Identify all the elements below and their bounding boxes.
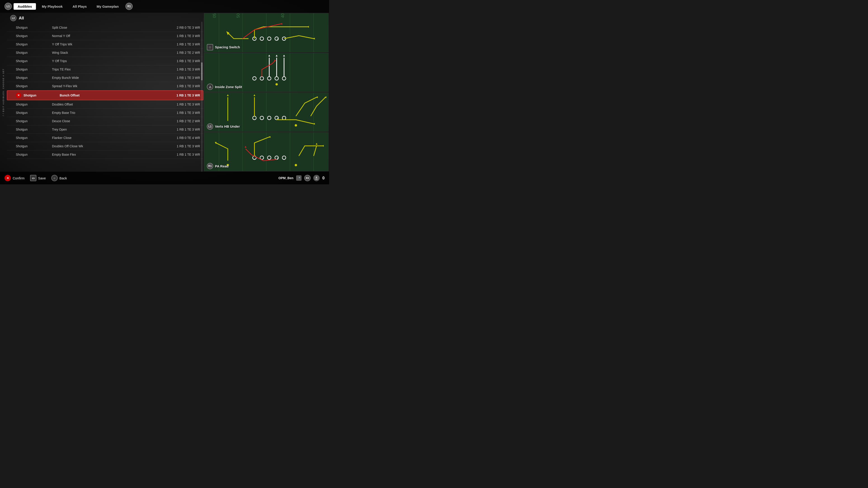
play-row[interactable]: ShotgunWing Stack1 RB 2 TE 2 WR: [7, 48, 204, 57]
play-name: Split Close: [52, 26, 177, 29]
play-list-panel: L2 All ShotgunSplit Close2 RB 0 TE 3 WRS…: [7, 13, 204, 172]
play-diagrams-panel: 05 50 40 ×: [204, 13, 329, 172]
svg-point-55: [295, 124, 297, 126]
diagram-name-4: PA Read: [215, 164, 228, 168]
l1-badge[interactable]: L1: [4, 3, 12, 10]
play-row[interactable]: ✕ShotgunBunch Offset1 RB 1 TE 3 WR: [7, 90, 204, 100]
play-row[interactable]: ShotgunSpread Y-Flex Wk1 RB 1 TE 3 WR: [7, 82, 204, 90]
tab-my-gameplan[interactable]: My Gameplan: [93, 3, 123, 10]
diagram-card-spacing-switch[interactable]: 05 50 40 ×: [204, 13, 329, 53]
play-personnel: 1 RB 1 TE 3 WR: [177, 76, 200, 79]
play-formation: Shotgun: [16, 59, 52, 63]
triangle-badge: △: [207, 84, 213, 90]
play-personnel: 1 RB 1 TE 3 WR: [177, 84, 200, 88]
square-button-icon: ▭: [30, 175, 36, 181]
play-formation: Shotgun: [16, 26, 52, 29]
play-row[interactable]: ShotgunDoubles Off Close Wk1 RB 1 TE 3 W…: [7, 142, 204, 151]
scrollbar[interactable]: [201, 22, 203, 172]
play-row[interactable]: ShotgunY Off Trips1 RB 1 TE 3 WR: [7, 57, 204, 65]
l1-play-badge: L1: [207, 123, 213, 130]
play-name: Trey Open: [52, 128, 177, 131]
play-row[interactable]: ShotgunDeuce Close1 RB 2 TE 2 WR: [7, 117, 204, 125]
tab-all-plays[interactable]: All Plays: [68, 3, 91, 10]
play-name: Empty Base Trio: [52, 111, 177, 115]
bottom-actions: ✕ Confirm ▭ Save ○ Back: [4, 175, 67, 181]
play-personnel: 1 RB 1 TE 3 WR: [177, 153, 200, 156]
diagram-label-2: △ Inside Zone Split: [207, 84, 242, 90]
play-personnel: 2 RB 0 TE 3 WR: [177, 26, 200, 29]
play-formation: Shotgun: [16, 144, 52, 148]
play-row[interactable]: ShotgunTrey Open1 RB 1 TE 3 WR: [7, 125, 204, 134]
confirm-button[interactable]: ✕ Confirm: [4, 175, 25, 181]
back-button[interactable]: ○ Back: [51, 175, 67, 181]
play-personnel: 1 RB 1 TE 3 WR: [177, 68, 200, 71]
play-name: Wing Stack: [52, 51, 177, 55]
diagram-name-3: Verts HB Under: [215, 125, 240, 128]
main-content: L2 All ShotgunSplit Close2 RB 0 TE 3 WRS…: [7, 13, 329, 172]
play-name: Spread Y-Flex Wk: [52, 84, 177, 88]
diagram-card-verts[interactable]: × L1 Verts HB Under: [204, 92, 329, 132]
play-row[interactable]: ShotgunDoubles Offset1 RB 1 TE 3 WR: [7, 100, 204, 109]
play-personnel: 1 RB 1 TE 3 WR: [177, 128, 200, 131]
diagram-label-3: L1 Verts HB Under: [207, 123, 240, 130]
score: 0: [322, 176, 324, 181]
section-title: All: [19, 16, 24, 21]
play-row[interactable]: ShotgunSplit Close2 RB 0 TE 3 WR: [7, 24, 204, 32]
diagram-name-1: Spacing Switch: [215, 45, 240, 49]
play-row[interactable]: ShotgunEmpty Base Trio1 RB 1 TE 3 WR: [7, 109, 204, 117]
x-button-icon: ✕: [4, 175, 11, 181]
play-name: Bunch Offset: [60, 94, 177, 97]
square-badge: □: [207, 44, 213, 51]
circle-button-icon: ○: [51, 175, 58, 181]
play-row[interactable]: ShotgunFlanker Close1 RB 0 TE 4 WR: [7, 134, 204, 142]
confirm-label: Confirm: [13, 176, 25, 180]
play-personnel: 1 RB 1 TE 3 WR: [177, 34, 200, 38]
play-name: Y Off Trips: [52, 59, 177, 63]
play-formation: Shotgun: [16, 84, 52, 88]
diagram-card-pa-read[interactable]: × R1 PA Read: [204, 132, 329, 171]
username: OPM_Ben: [278, 176, 293, 180]
play-formation: Shotgun: [16, 68, 52, 71]
play-personnel: 1 RB 0 TE 4 WR: [177, 136, 200, 140]
play-formation: Shotgun: [16, 153, 52, 156]
play-formation: Shotgun: [16, 34, 52, 38]
save-label: Save: [38, 176, 46, 180]
svg-text:05: 05: [212, 13, 217, 18]
svg-point-75: [316, 177, 317, 178]
svg-text:×: ×: [277, 37, 278, 41]
svg-point-37: [276, 83, 278, 85]
play-personnel: 1 RB 1 TE 3 WR: [177, 59, 200, 63]
svg-point-74: [295, 164, 297, 166]
play-name: Empty Base Flex: [52, 153, 177, 156]
play-personnel: 1 RB 1 TE 3 WR: [177, 144, 200, 148]
r1-badge[interactable]: R1: [125, 3, 133, 10]
play-row[interactable]: ShotgunY Off Trips Wk1 RB 1 TE 3 WR: [7, 40, 204, 48]
play-formation: Shotgun: [16, 111, 52, 115]
top-navigation: L1 Audibles My Playbook All Plays My Gam…: [0, 0, 329, 13]
play-list: ShotgunSplit Close2 RB 0 TE 3 WRShotgunN…: [7, 24, 204, 159]
diagram-label-1: □ Spacing Switch: [207, 44, 240, 51]
save-button[interactable]: ▭ Save: [30, 175, 46, 181]
tab-my-playbook[interactable]: My Playbook: [38, 3, 67, 10]
r1-play-badge: R1: [207, 163, 213, 169]
bottom-bar: ✕ Confirm ▭ Save ○ Back OPM_Ben 🎤 R3 0: [0, 172, 329, 184]
play-formation: Shotgun: [16, 76, 52, 79]
play-row[interactable]: ShotgunEmpty Base Flex1 RB 1 TE 3 WR: [7, 151, 204, 159]
l2-badge[interactable]: L2: [10, 15, 17, 21]
play-name: Trips TE Flex: [52, 68, 177, 71]
play-name: Normal Y Off: [52, 34, 177, 38]
play-name: Empty Bunch Wide: [52, 76, 177, 79]
tab-audibles[interactable]: Audibles: [13, 3, 36, 10]
play-row[interactable]: ShotgunEmpty Bunch Wide1 RB 1 TE 3 WR: [7, 74, 204, 82]
scroll-thumb[interactable]: [201, 62, 203, 80]
play-personnel: 1 RB 2 TE 2 WR: [177, 119, 200, 123]
diagram-card-inside-zone[interactable]: △ Inside Zone Split: [204, 53, 329, 92]
back-label: Back: [59, 176, 67, 180]
play-formation: Shotgun: [16, 128, 52, 131]
play-personnel: 1 RB 1 TE 3 WR: [177, 111, 200, 115]
side-label-text: / / EDIT AUDIBLES: CHOOSE A SET: [2, 68, 4, 116]
play-row[interactable]: ShotgunTrips TE Flex1 RB 1 TE 3 WR: [7, 65, 204, 74]
play-personnel: 1 RB 1 TE 3 WR: [177, 103, 200, 106]
play-row[interactable]: ShotgunNormal Y Off1 RB 1 TE 3 WR: [7, 32, 204, 40]
svg-text:50: 50: [236, 13, 241, 18]
